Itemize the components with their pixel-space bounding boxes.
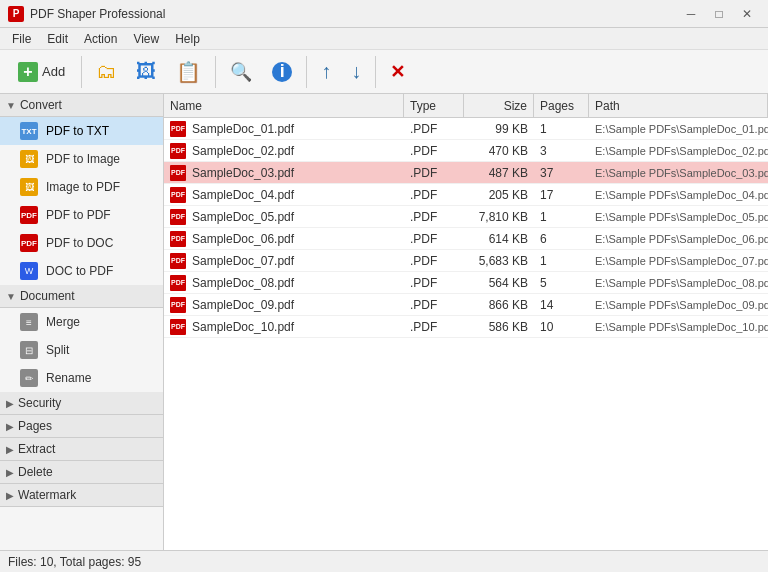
sidebar-item-split[interactable]: ⊟ Split xyxy=(0,336,163,364)
file-path-cell: E:\Sample PDFs\SampleDoc_09.pdf xyxy=(589,294,768,315)
watermark-section-header[interactable]: ▶ Watermark xyxy=(0,484,163,507)
search-icon: 🔍 xyxy=(230,61,252,83)
move-down-button[interactable]: ↓ xyxy=(343,56,369,87)
pages-section-header[interactable]: ▶ Pages xyxy=(0,415,163,438)
search-button[interactable]: 🔍 xyxy=(222,57,260,87)
delete-label: Delete xyxy=(18,465,53,479)
copy-button[interactable]: 📋 xyxy=(168,56,209,88)
pdf-to-txt-icon: TXT xyxy=(20,122,38,140)
sidebar-item-image-to-pdf[interactable]: 🖼 Image to PDF xyxy=(0,173,163,201)
col-header-pages[interactable]: Pages xyxy=(534,94,589,117)
toolbar-separator-4 xyxy=(375,56,376,88)
move-up-button[interactable]: ↑ xyxy=(313,56,339,87)
document-chevron: ▼ xyxy=(6,291,16,302)
file-name-cell: PDF SampleDoc_01.pdf xyxy=(164,118,404,139)
pdf-file-icon: PDF xyxy=(170,143,186,159)
file-list-header: Name Type Size Pages Path xyxy=(164,94,768,118)
maximize-button[interactable]: □ xyxy=(706,4,732,24)
toolbar-separator-2 xyxy=(215,56,216,88)
table-row[interactable]: PDF SampleDoc_09.pdf .PDF 866 KB 14 E:\S… xyxy=(164,294,768,316)
image-button[interactable]: 🖼 xyxy=(128,56,164,87)
status-bar: Files: 10, Total pages: 95 xyxy=(0,550,768,572)
orange-folder-icon: 🗂 xyxy=(96,60,116,83)
image-to-pdf-label: Image to PDF xyxy=(46,180,120,194)
file-type-cell: .PDF xyxy=(404,118,464,139)
toolbar: + Add 🗂 🖼 📋 🔍 i ↑ ↓ ✕ xyxy=(0,50,768,94)
menu-item-edit[interactable]: Edit xyxy=(39,28,76,49)
pdf-to-pdf-label: PDF to PDF xyxy=(46,208,111,222)
menu-item-file[interactable]: File xyxy=(4,28,39,49)
sidebar-item-pdf-to-doc[interactable]: PDF PDF to DOC xyxy=(0,229,163,257)
table-row[interactable]: PDF SampleDoc_10.pdf .PDF 586 KB 10 E:\S… xyxy=(164,316,768,338)
convert-section-header[interactable]: ▼ Convert xyxy=(0,94,163,117)
col-header-type[interactable]: Type xyxy=(404,94,464,117)
up-arrow-icon: ↑ xyxy=(321,60,331,83)
table-row[interactable]: PDF SampleDoc_06.pdf .PDF 614 KB 6 E:\Sa… xyxy=(164,228,768,250)
file-pages-cell: 1 xyxy=(534,206,589,227)
file-size-cell: 99 KB xyxy=(464,118,534,139)
file-size-cell: 564 KB xyxy=(464,272,534,293)
rename-icon: ✏ xyxy=(20,369,38,387)
watermark-chevron: ▶ xyxy=(6,490,14,501)
file-path-cell: E:\Sample PDFs\SampleDoc_01.pdf xyxy=(589,118,768,139)
toolbar-separator-3 xyxy=(306,56,307,88)
table-row[interactable]: PDF SampleDoc_07.pdf .PDF 5,683 KB 1 E:\… xyxy=(164,250,768,272)
close-button[interactable]: ✕ xyxy=(734,4,760,24)
file-path-cell: E:\Sample PDFs\SampleDoc_10.pdf xyxy=(589,316,768,337)
file-type-cell: .PDF xyxy=(404,294,464,315)
file-pages-cell: 14 xyxy=(534,294,589,315)
file-size-cell: 205 KB xyxy=(464,184,534,205)
menu-item-view[interactable]: View xyxy=(125,28,167,49)
file-name-cell: PDF SampleDoc_06.pdf xyxy=(164,228,404,249)
pdf-file-icon: PDF xyxy=(170,187,186,203)
pdf-file-icon: PDF xyxy=(170,275,186,291)
table-row[interactable]: PDF SampleDoc_01.pdf .PDF 99 KB 1 E:\Sam… xyxy=(164,118,768,140)
col-header-path[interactable]: Path xyxy=(589,94,768,117)
info-button[interactable]: i xyxy=(264,58,300,86)
main-layout: ▼ Convert TXT PDF to TXT 🖼 PDF to Image … xyxy=(0,94,768,550)
add-button[interactable]: + Add xyxy=(8,58,75,86)
file-size-cell: 866 KB xyxy=(464,294,534,315)
delete-button[interactable]: ✕ xyxy=(382,57,413,87)
pages-chevron: ▶ xyxy=(6,421,14,432)
table-row[interactable]: PDF SampleDoc_03.pdf .PDF 487 KB 37 E:\S… xyxy=(164,162,768,184)
sidebar-item-pdf-to-image[interactable]: 🖼 PDF to Image xyxy=(0,145,163,173)
minimize-button[interactable]: ─ xyxy=(678,4,704,24)
image-icon: 🖼 xyxy=(136,60,156,83)
open-file-button[interactable]: 🗂 xyxy=(88,56,124,87)
table-row[interactable]: PDF SampleDoc_08.pdf .PDF 564 KB 5 E:\Sa… xyxy=(164,272,768,294)
doc-to-pdf-label: DOC to PDF xyxy=(46,264,113,278)
security-label: Security xyxy=(18,396,61,410)
delete-section-header[interactable]: ▶ Delete xyxy=(0,461,163,484)
security-section-header[interactable]: ▶ Security xyxy=(0,392,163,415)
doc-to-pdf-icon: W xyxy=(20,262,38,280)
col-header-size[interactable]: Size xyxy=(464,94,534,117)
file-name-cell: PDF SampleDoc_09.pdf xyxy=(164,294,404,315)
col-header-name[interactable]: Name xyxy=(164,94,404,117)
document-section-header[interactable]: ▼ Document xyxy=(0,285,163,308)
file-type-cell: .PDF xyxy=(404,140,464,161)
pdf-file-icon: PDF xyxy=(170,165,186,181)
file-name-cell: PDF SampleDoc_03.pdf xyxy=(164,162,404,183)
table-row[interactable]: PDF SampleDoc_05.pdf .PDF 7,810 KB 1 E:\… xyxy=(164,206,768,228)
menu-item-help[interactable]: Help xyxy=(167,28,208,49)
sidebar-item-rename[interactable]: ✏ Rename xyxy=(0,364,163,392)
split-icon: ⊟ xyxy=(20,341,38,359)
menu-item-action[interactable]: Action xyxy=(76,28,125,49)
file-type-cell: .PDF xyxy=(404,272,464,293)
extract-section-header[interactable]: ▶ Extract xyxy=(0,438,163,461)
sidebar-item-merge[interactable]: ≡ Merge xyxy=(0,308,163,336)
down-arrow-icon: ↓ xyxy=(351,60,361,83)
file-size-cell: 487 KB xyxy=(464,162,534,183)
sidebar-item-doc-to-pdf[interactable]: W DOC to PDF xyxy=(0,257,163,285)
pdf-to-pdf-icon: PDF xyxy=(20,206,38,224)
file-size-cell: 614 KB xyxy=(464,228,534,249)
info-icon: i xyxy=(272,62,292,82)
table-row[interactable]: PDF SampleDoc_04.pdf .PDF 205 KB 17 E:\S… xyxy=(164,184,768,206)
table-row[interactable]: PDF SampleDoc_02.pdf .PDF 470 KB 3 E:\Sa… xyxy=(164,140,768,162)
sidebar-item-pdf-to-txt[interactable]: TXT PDF to TXT xyxy=(0,117,163,145)
file-name-cell: PDF SampleDoc_07.pdf xyxy=(164,250,404,271)
sidebar-item-pdf-to-pdf[interactable]: PDF PDF to PDF xyxy=(0,201,163,229)
pdf-file-icon: PDF xyxy=(170,231,186,247)
menu-bar: FileEditActionViewHelp xyxy=(0,28,768,50)
